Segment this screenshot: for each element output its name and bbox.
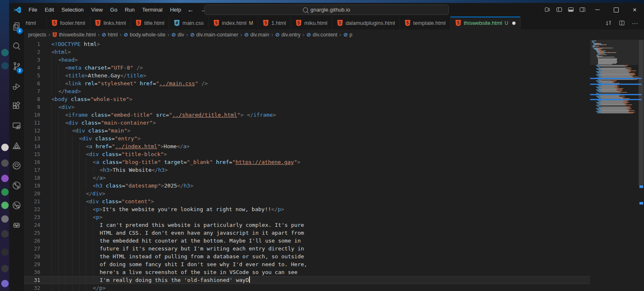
code-text: <p>It's the website you're looking at ri… — [93, 205, 284, 213]
tab-dalamudplugins-html[interactable]: 5dalamudplugins.html — [332, 17, 400, 29]
breadcrumb-item[interactable]: ⊘div — [171, 32, 184, 38]
search-command-center[interactable]: gnargle.github.io — [204, 5, 449, 15]
toggle-secondary-sidebar-button[interactable] — [576, 3, 588, 17]
code-line[interactable]: 27future if it's necessary but I'm writi… — [24, 245, 590, 253]
code-line[interactable]: 1<!DOCTYPE html> — [24, 40, 590, 48]
code-line[interactable]: 3<head> — [24, 56, 590, 64]
breadcrumb-item[interactable]: ⊘div.main — [244, 32, 269, 38]
menu-item-selection[interactable]: Selection — [58, 3, 87, 17]
activity-item-run-debug[interactable] — [9, 76, 24, 96]
code-line[interactable]: 17<h3>This Website</h3> — [24, 166, 590, 174]
code-line[interactable]: 20</div> — [24, 190, 590, 197]
activity-item-explorer[interactable]: 1 — [9, 17, 24, 36]
code-line[interactable]: 26the embedded hit counter at the bottom… — [24, 237, 590, 245]
activity-item-remote-explorer[interactable] — [9, 116, 24, 136]
code-line[interactable]: 28the HTML instead of pulling from a dat… — [24, 253, 590, 260]
background-window-strip — [0, 0, 9, 291]
activity-item-git-graph[interactable] — [9, 176, 24, 195]
menu-item-file[interactable]: File — [25, 3, 41, 17]
code-line[interactable]: 9<div> — [24, 103, 590, 111]
breadcrumb-item[interactable]: ⊘div.main-container — [190, 32, 238, 38]
activity-item-extensions[interactable] — [9, 96, 24, 116]
close-button[interactable]: ✕ — [625, 3, 644, 17]
open-changes-button[interactable] — [603, 18, 613, 28]
toggle-panel-button[interactable] — [565, 3, 576, 17]
code-line[interactable]: 5<title>Athene.Gay</title> — [24, 72, 590, 79]
tab-thiswebsite-html[interactable]: 5thiswebsite.htmlU — [450, 17, 521, 29]
activity-item-github[interactable] — [9, 156, 24, 176]
code-line[interactable]: 8<body class="whole-site"> — [24, 95, 590, 103]
code-line[interactable]: 31I'm really doing this the 'old-fashion… — [24, 276, 590, 284]
tab-links-html[interactable]: 5links.html — [90, 17, 131, 29]
code-line[interactable]: 18</a> — [24, 174, 590, 182]
more-actions-button[interactable]: ··· — [630, 18, 640, 28]
activity-item-search[interactable] — [9, 36, 24, 56]
code-line[interactable]: 21<div class="content"> — [24, 197, 590, 205]
breadcrumb-item[interactable]: ⊘div.content — [307, 32, 337, 38]
indent-guide — [93, 166, 100, 174]
code-line[interactable]: 24I can't pretend this website is partic… — [24, 221, 590, 229]
code-line[interactable]: 2<html> — [24, 48, 590, 56]
menu-item-go[interactable]: Go — [107, 3, 121, 17]
tab-footer-html[interactable]: 5footer.html — [47, 17, 90, 29]
breadcrumb-item[interactable]: ⊘html — [102, 32, 118, 38]
code-line[interactable]: 23<p> — [24, 213, 590, 221]
code-line[interactable]: 30here's a live screenshot of the site i… — [24, 268, 590, 276]
code-line[interactable]: 14<a href="../index.html">Home</a> — [24, 142, 590, 150]
line-number: 10 — [24, 111, 40, 119]
tab-template-html[interactable]: 5template.html — [400, 17, 450, 29]
menu-item-terminal[interactable]: Terminal — [138, 3, 166, 17]
indent-guide — [72, 150, 79, 158]
fold-margin — [40, 40, 51, 48]
back-button[interactable]: ← — [187, 6, 194, 14]
tab-miku-html[interactable]: 5miku.html — [291, 17, 332, 29]
toggle-primary-sidebar-button[interactable] — [553, 3, 565, 17]
tab-label: title.html — [144, 20, 164, 26]
menu-item-help[interactable]: Help — [166, 3, 185, 17]
code-line[interactable]: 19<h3 class="datestamp">2025</h3> — [24, 182, 590, 190]
menu-item-view[interactable]: View — [87, 3, 107, 17]
code-line[interactable]: 7</head> — [24, 87, 590, 95]
code-line[interactable]: 25HTML and CSS. I don't even have any ja… — [24, 229, 590, 237]
code-line[interactable]: 6<link rel="stylesheet" href="../main.cs… — [24, 79, 590, 87]
tab-1-html[interactable]: 51.html — [258, 17, 291, 29]
code-line[interactable]: 10<iframe class="embed-title" src="../sh… — [24, 111, 590, 119]
customize-layout-button[interactable] — [542, 3, 553, 17]
code-line[interactable]: 12<div class="main"> — [24, 127, 590, 135]
tab-main-css[interactable]: #main.css — [169, 17, 208, 29]
activity-item-triangle-extension[interactable] — [9, 136, 24, 156]
minimize-button[interactable] — [588, 3, 607, 17]
breadcrumb-label: div.main — [250, 32, 269, 38]
menu-item-edit[interactable]: Edit — [41, 3, 58, 17]
code-editor[interactable]: 1<!DOCTYPE html>2<html>3<head>4<meta cha… — [24, 40, 644, 291]
breadcrumb-item[interactable]: 5thiswebsite.html — [52, 32, 96, 38]
code-line[interactable]: 16<a class="blog-title" target="_blank" … — [24, 158, 590, 166]
indent-guide — [51, 87, 58, 95]
activity-item-source-control[interactable]: 2 — [9, 56, 24, 76]
tab-index-html[interactable]: 5index.htmlM — [209, 17, 258, 29]
code-line[interactable]: 11<div class="main-container"> — [24, 119, 590, 127]
code-line[interactable]: 32</p> — [24, 284, 590, 291]
menu-item-run[interactable]: Run — [121, 3, 138, 17]
scrollbar-thumb[interactable] — [639, 40, 644, 185]
code-line[interactable]: 29of doing some fancy shit I don't see w… — [24, 260, 590, 268]
indent-guide — [65, 166, 72, 174]
code-line[interactable]: 22<p>It's the website you're looking at … — [24, 205, 590, 213]
vertical-scrollbar[interactable] — [638, 40, 644, 291]
breadcrumb-item[interactable]: projects — [28, 32, 46, 38]
maximize-button[interactable] — [607, 3, 625, 17]
activity-item-godot-tools[interactable] — [9, 215, 24, 235]
breadcrumb-item[interactable]: ⊘body.whole-site — [123, 32, 165, 38]
split-editor-button[interactable] — [617, 18, 627, 28]
tab-title-html[interactable]: 5title.html — [131, 17, 169, 29]
minimap-slider[interactable] — [590, 40, 638, 65]
run-debug-icon — [12, 81, 22, 91]
code-line[interactable]: 15<div class="title-block"> — [24, 150, 590, 158]
code-line[interactable]: 13<div class="entry"> — [24, 135, 590, 142]
tab-html[interactable]: html — [24, 17, 47, 29]
activity-item-gitlens[interactable] — [9, 195, 24, 215]
breadcrumb-item[interactable]: ⊘div.entry — [275, 32, 300, 38]
breadcrumb-item[interactable]: ⊘p — [343, 32, 352, 38]
indent-guide — [93, 221, 100, 229]
code-line[interactable]: 4<meta charset="UTF-8" /> — [24, 64, 590, 72]
